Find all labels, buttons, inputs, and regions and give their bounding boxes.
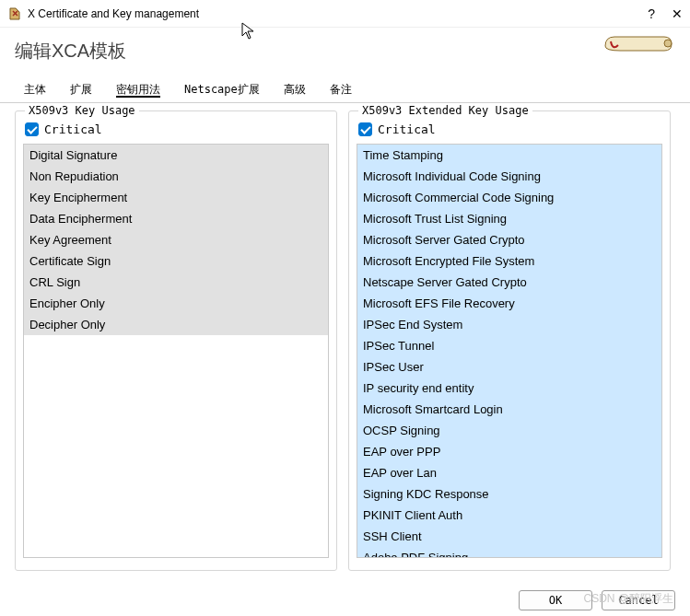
list-item[interactable]: IPSec End System — [357, 314, 661, 335]
ext-key-usage-legend: X509v3 Extended Key Usage — [358, 104, 532, 117]
list-item[interactable]: Encipher Only — [24, 293, 328, 314]
list-item[interactable]: Microsoft Commercial Code Signing — [357, 187, 661, 208]
titlebar: X Certificate and Key management ? ✕ — [0, 0, 690, 28]
list-item[interactable]: IP security end entity — [357, 378, 661, 399]
list-item[interactable]: Signing KDC Response — [357, 483, 661, 505]
key-usage-critical-label: Critical — [44, 122, 102, 136]
list-item[interactable]: IPSec Tunnel — [357, 335, 661, 356]
cancel-button[interactable]: Cancel — [602, 590, 675, 610]
list-item[interactable]: Digital Signature — [24, 145, 328, 166]
page-title: 编辑XCA模板 — [15, 39, 126, 64]
ext-key-usage-critical-checkbox[interactable] — [358, 122, 372, 136]
close-button[interactable]: ✕ — [672, 6, 683, 21]
app-icon — [7, 6, 22, 21]
list-item[interactable]: Non Repudiation — [24, 166, 328, 187]
list-item[interactable]: PKINIT Client Auth — [357, 505, 661, 526]
page-header: 编辑XCA模板 — [0, 28, 690, 74]
ext-key-usage-group: X509v3 Extended Key Usage Critical Time … — [348, 110, 671, 571]
tab-5[interactable]: 备注 — [321, 78, 361, 103]
list-item[interactable]: EAP over Lan — [357, 462, 661, 483]
content-area: X509v3 Key Usage Critical Digital Signat… — [0, 103, 690, 571]
list-item[interactable]: Decipher Only — [24, 314, 328, 335]
tab-4[interactable]: 高级 — [275, 78, 315, 103]
list-item[interactable]: Data Encipherment — [24, 208, 328, 229]
list-item[interactable]: Microsoft Server Gated Crypto — [357, 229, 661, 250]
list-item[interactable]: Adobe PDF Signing — [357, 547, 661, 558]
key-usage-legend: X509v3 Key Usage — [25, 104, 139, 117]
tab-0[interactable]: 主体 — [15, 78, 55, 103]
list-item[interactable]: Key Encipherment — [24, 187, 328, 208]
key-usage-list[interactable]: Digital SignatureNon RepudiationKey Enci… — [23, 144, 329, 558]
ok-button[interactable]: OK — [519, 590, 592, 610]
list-item[interactable]: EAP over PPP — [357, 441, 661, 462]
key-usage-group: X509v3 Key Usage Critical Digital Signat… — [15, 110, 337, 571]
svg-point-0 — [664, 40, 672, 47]
list-item[interactable]: IPSec User — [357, 356, 661, 378]
list-item[interactable]: Microsoft Individual Code Signing — [357, 166, 661, 187]
tab-3[interactable]: Netscape扩展 — [175, 78, 269, 103]
list-item[interactable]: Certificate Sign — [24, 250, 328, 272]
list-item[interactable]: Microsoft Trust List Signing — [357, 208, 661, 229]
list-item[interactable]: Time Stamping — [357, 145, 661, 166]
tab-2[interactable]: 密钥用法 — [107, 78, 170, 103]
list-item[interactable]: Microsoft EFS File Recovery — [357, 293, 661, 314]
key-usage-critical-checkbox[interactable] — [25, 122, 39, 136]
help-button[interactable]: ? — [648, 6, 655, 21]
tab-1[interactable]: 扩展 — [61, 78, 101, 103]
list-item[interactable]: Microsoft Smartcard Login — [357, 399, 661, 420]
list-item[interactable]: CRL Sign — [24, 272, 328, 293]
list-item[interactable]: Netscape Server Gated Crypto — [357, 272, 661, 293]
dialog-buttons: OK Cancel — [519, 590, 675, 610]
list-item[interactable]: SSH Client — [357, 526, 661, 547]
window-title: X Certificate and Key management — [28, 7, 648, 20]
list-item[interactable]: Key Agreement — [24, 229, 328, 250]
ext-key-usage-critical-label: Critical — [378, 122, 436, 136]
tab-bar: 主体扩展密钥用法Netscape扩展高级备注 — [0, 77, 690, 103]
ext-key-usage-list[interactable]: Time StampingMicrosoft Individual Code S… — [357, 144, 662, 558]
list-item[interactable]: Microsoft Encrypted File System — [357, 250, 661, 272]
list-item[interactable]: OCSP Signing — [357, 420, 661, 441]
scroll-icon — [602, 32, 675, 60]
